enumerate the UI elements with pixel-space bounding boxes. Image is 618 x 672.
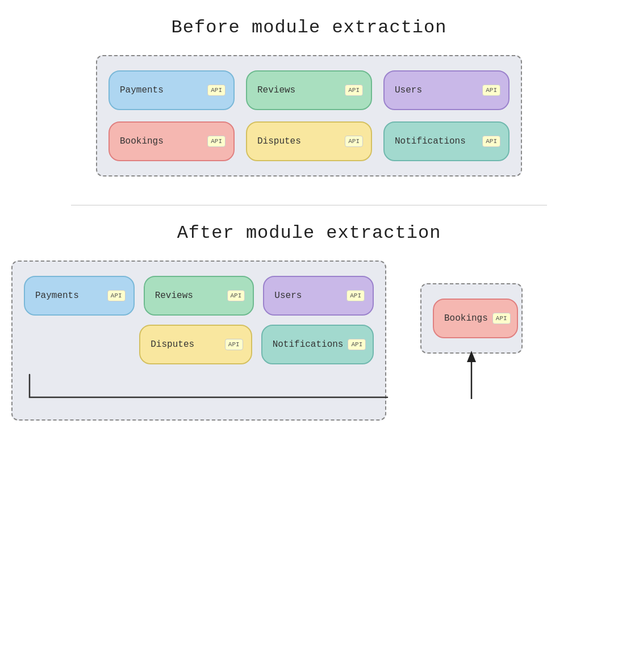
after-top-row: PaymentsAPIReviewsAPIUsersAPI xyxy=(24,276,374,316)
api-badge: API xyxy=(227,290,245,301)
api-badge: API xyxy=(107,290,126,301)
before-module-grid: PaymentsAPIReviewsAPIUsersAPIBookingsAPI… xyxy=(108,70,510,161)
module-notifications: NotificationsAPI xyxy=(261,325,374,364)
module-reviews: ReviewsAPI xyxy=(144,276,254,316)
before-title: Before module extraction xyxy=(172,17,447,38)
api-badge: API xyxy=(207,85,226,96)
module-label: Bookings xyxy=(120,136,203,146)
module-notifications: NotificationsAPI xyxy=(383,121,510,161)
api-badge: API xyxy=(345,136,363,147)
after-layout: PaymentsAPIReviewsAPIUsersAPI DisputesAP… xyxy=(11,261,607,421)
module-users: UsersAPI xyxy=(263,276,374,316)
module-label: Payments xyxy=(120,85,203,95)
after-title: After module extraction xyxy=(177,222,441,243)
svg-marker-1 xyxy=(467,351,476,362)
module-label: Notifications xyxy=(273,339,344,350)
module-payments: PaymentsAPI xyxy=(108,70,235,110)
section-divider xyxy=(71,205,547,205)
api-badge: API xyxy=(492,313,511,324)
module-label: Disputes xyxy=(151,339,220,350)
api-badge: API xyxy=(482,136,500,147)
module-users: UsersAPI xyxy=(383,70,510,110)
module-label: Bookings xyxy=(444,313,488,324)
api-badge: API xyxy=(225,339,243,350)
after-side-container: BookingsAPI xyxy=(420,283,523,354)
module-payments: PaymentsAPI xyxy=(24,276,135,316)
module-label: Reviews xyxy=(257,85,340,95)
api-badge: API xyxy=(348,339,366,350)
api-badge: API xyxy=(345,85,363,96)
module-label: Disputes xyxy=(257,136,340,146)
module-disputes: DisputesAPI xyxy=(139,325,252,364)
module-label: Users xyxy=(274,291,342,301)
module-bookings: BookingsAPI xyxy=(108,121,235,161)
upward-arrow xyxy=(454,348,488,405)
api-badge: API xyxy=(346,290,365,301)
module-label: Payments xyxy=(35,291,103,301)
before-section: Before module extraction PaymentsAPIRevi… xyxy=(11,17,607,177)
module-bookings: BookingsAPI xyxy=(433,299,518,338)
after-main-container: PaymentsAPIReviewsAPIUsersAPI DisputesAP… xyxy=(11,261,386,421)
after-side-area: BookingsAPI xyxy=(420,266,523,410)
module-label: Notifications xyxy=(395,136,478,146)
before-dashed-container: PaymentsAPIReviewsAPIUsersAPIBookingsAPI… xyxy=(96,55,522,177)
module-label: Reviews xyxy=(155,291,223,301)
module-reviews: ReviewsAPI xyxy=(246,70,372,110)
after-section: After module extraction PaymentsAPIRevie… xyxy=(11,222,607,421)
connector-line xyxy=(24,369,374,403)
module-disputes: DisputesAPI xyxy=(246,121,372,161)
module-label: Users xyxy=(395,85,478,95)
after-bottom-row: DisputesAPINotificationsAPI xyxy=(24,325,374,364)
api-badge: API xyxy=(482,85,500,96)
api-badge: API xyxy=(207,136,226,147)
